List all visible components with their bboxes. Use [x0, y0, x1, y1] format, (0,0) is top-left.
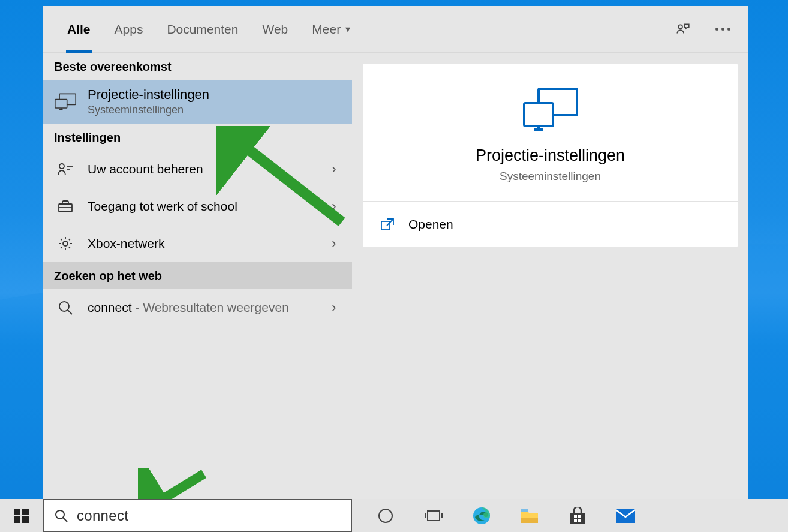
tab-documents[interactable]: Documenten — [155, 6, 250, 53]
search-icon — [54, 296, 77, 319]
svg-rect-33 — [521, 518, 538, 523]
action-open-label: Openen — [408, 217, 453, 232]
result-subtitle: Systeeminstellingen — [88, 104, 341, 116]
chevron-right-icon: › — [327, 161, 341, 177]
detail-hero: Projectie-instellingen Systeeminstelling… — [363, 64, 738, 202]
gear-icon — [54, 232, 77, 255]
tab-more[interactable]: Meer — [300, 6, 362, 53]
store-icon[interactable] — [566, 504, 590, 528]
svg-rect-14 — [524, 103, 553, 126]
result-setting-work[interactable]: Toegang tot werk of school › — [43, 188, 352, 225]
search-panel: Alle Apps Documenten Web Meer Beste over… — [43, 6, 748, 499]
svg-rect-21 — [14, 509, 20, 515]
svg-point-11 — [59, 302, 69, 311]
more-options-icon[interactable] — [715, 28, 730, 31]
svg-rect-37 — [578, 519, 581, 522]
start-button[interactable] — [0, 499, 43, 532]
svg-rect-36 — [574, 519, 577, 522]
detail-column: Projectie-instellingen Systeeminstelling… — [352, 53, 748, 499]
tab-all[interactable]: Alle — [55, 6, 103, 53]
search-tabs: Alle Apps Documenten Web Meer — [43, 6, 748, 53]
file-explorer-icon[interactable] — [518, 504, 542, 528]
results-column: Beste overeenkomst Projectie-instellinge… — [43, 53, 352, 499]
chevron-right-icon: › — [327, 300, 341, 315]
svg-rect-2 — [55, 99, 67, 107]
chevron-right-icon: › — [327, 199, 341, 214]
svg-rect-23 — [14, 516, 20, 523]
svg-rect-22 — [22, 509, 29, 515]
web-term: connect — [88, 300, 132, 314]
project-large-icon — [521, 85, 581, 133]
result-label: Uw account beheren — [88, 162, 316, 176]
chevron-right-icon: › — [327, 236, 341, 251]
svg-point-10 — [63, 241, 68, 246]
taskbar-search[interactable] — [43, 499, 352, 532]
svg-point-5 — [59, 164, 64, 169]
detail-subtitle: Systeeminstellingen — [375, 170, 726, 183]
svg-point-27 — [379, 509, 392, 522]
web-hint: - Webresultaten weergeven — [132, 300, 289, 314]
briefcase-icon — [54, 195, 77, 218]
task-view-icon[interactable] — [422, 504, 446, 528]
section-web-search: Zoeken op het web — [43, 262, 352, 289]
action-open[interactable]: Openen — [381, 215, 720, 234]
taskbar-tray — [352, 504, 788, 528]
feedback-icon[interactable] — [675, 21, 691, 38]
svg-rect-34 — [574, 515, 577, 518]
mail-icon[interactable] — [613, 504, 637, 528]
cortana-icon[interactable] — [374, 504, 398, 528]
svg-rect-32 — [521, 509, 528, 512]
tab-apps[interactable]: Apps — [103, 6, 155, 53]
result-setting-account[interactable]: Uw account beheren › — [43, 151, 352, 188]
result-title: Projectie-instellingen — [88, 87, 341, 103]
svg-line-26 — [63, 518, 67, 522]
result-web-search[interactable]: connect - Webresultaten weergeven › — [43, 289, 352, 326]
result-setting-xbox[interactable]: Xbox-netwerk › — [43, 225, 352, 262]
svg-rect-17 — [381, 221, 390, 230]
result-label: Toegang tot werk of school — [88, 199, 316, 214]
svg-rect-28 — [428, 511, 440, 521]
detail-card: Projectie-instellingen Systeeminstelling… — [363, 64, 738, 247]
section-settings: Instellingen — [43, 124, 352, 151]
project-icon — [54, 91, 77, 113]
result-label: Xbox-netwerk — [88, 236, 316, 251]
svg-rect-35 — [578, 515, 581, 518]
tab-web[interactable]: Web — [250, 6, 300, 53]
taskbar — [0, 499, 788, 532]
svg-rect-38 — [616, 509, 635, 523]
svg-point-0 — [678, 25, 682, 29]
section-best-match: Beste overeenkomst — [43, 53, 352, 80]
open-icon — [381, 218, 394, 231]
svg-line-12 — [68, 310, 72, 314]
edge-icon[interactable] — [470, 504, 494, 528]
search-input[interactable] — [77, 507, 341, 524]
search-icon — [54, 509, 68, 523]
svg-rect-24 — [22, 516, 29, 523]
account-icon — [54, 158, 77, 181]
svg-point-25 — [56, 510, 64, 519]
result-best-match[interactable]: Projectie-instellingen Systeeminstelling… — [43, 80, 352, 124]
detail-title: Projectie-instellingen — [375, 146, 726, 165]
